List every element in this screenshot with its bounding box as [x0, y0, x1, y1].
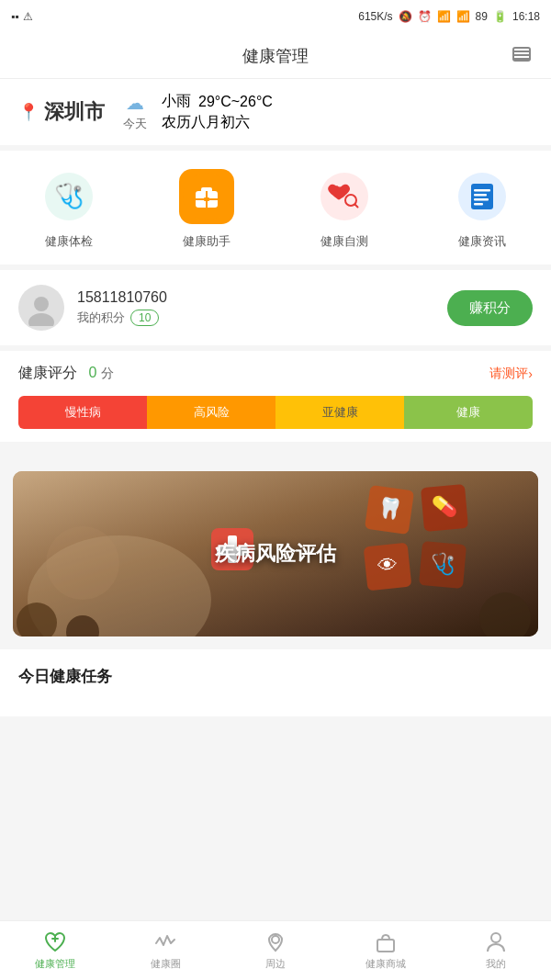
location: 📍 深圳市 [18, 98, 105, 126]
avatar-icon [23, 289, 60, 326]
health-score-value: 0 [88, 365, 96, 380]
menu-item-health-checkup[interactable]: 🩺 健康体检 [41, 169, 96, 250]
disease-banner-text: 疾病风险评估 [215, 540, 336, 568]
svg-text:🩺: 🩺 [430, 550, 457, 577]
svg-rect-20 [474, 198, 489, 201]
svg-point-22 [34, 297, 49, 311]
score-label: 我的积分 [77, 310, 125, 326]
menu-label-selftest: 健康自测 [320, 233, 368, 250]
svg-point-26 [46, 526, 119, 600]
activity-icon [153, 930, 177, 954]
menu-item-health-selftest[interactable]: 健康自测 [317, 169, 372, 250]
svg-point-23 [28, 313, 54, 326]
city-name: 深圳市 [44, 98, 105, 126]
disease-risk-banner[interactable]: 🦷 💊 👁 🩺 疾病风险评估 [13, 471, 538, 636]
menu-label-assistant: 健康助手 [183, 233, 231, 250]
nav-item-mine[interactable]: 我的 [441, 921, 551, 980]
user-avatar [18, 285, 64, 331]
signal-bars: 📶 [456, 10, 470, 23]
svg-text:🩺: 🩺 [54, 181, 84, 210]
health-score-link[interactable]: 请测评 › [489, 366, 533, 382]
heart-search-icon [320, 173, 368, 220]
nav-label-health-circle: 健康圈 [151, 957, 181, 971]
header-title: 健康管理 [242, 45, 309, 67]
briefcase-icon [183, 173, 231, 220]
nav-label-nearby: 周边 [265, 957, 286, 971]
svg-text:💊: 💊 [431, 493, 458, 520]
menu-item-health-assistant[interactable]: 健康助手 [179, 169, 234, 250]
person-icon [484, 930, 508, 954]
time-display: 16:18 [512, 10, 540, 23]
weather-type-row: 小雨 29°C~26°C [162, 92, 273, 111]
nav-label-mine: 我的 [486, 957, 506, 971]
today-tasks-section: 今日健康任务 [0, 649, 551, 716]
health-score-title: 健康评分 [18, 365, 77, 380]
weather-temp: 29°C~26°C [198, 94, 273, 110]
health-score-link-text: 请测评 [489, 366, 528, 382]
score-bar-sub: 亚健康 [276, 396, 404, 429]
health-score-unit: 分 [101, 366, 114, 380]
health-news-icon-bg [455, 169, 510, 224]
weather-bar: 📍 深圳市 ☁ 今天 小雨 29°C~26°C 农历八月初六 [0, 79, 551, 151]
user-card: 15811810760 我的积分 10 赚积分 [0, 270, 551, 351]
weather-col: ☁ 今天 [123, 92, 147, 132]
health-score-header: 健康评分 0 分 请测评 › [18, 364, 533, 383]
svg-rect-17 [471, 184, 493, 209]
nav-item-health-shop[interactable]: 健康商城 [331, 921, 441, 980]
signal-icon: ▪▪ [11, 10, 19, 23]
svg-rect-18 [474, 189, 490, 192]
bottom-spacer [0, 716, 551, 785]
heart-plus-icon [43, 930, 67, 954]
weather-type: 小雨 [162, 92, 191, 111]
health-selftest-icon-bg [317, 169, 372, 224]
battery-level: 89 [476, 10, 488, 23]
svg-text:🦷: 🦷 [376, 494, 404, 523]
nav-item-nearby[interactable]: 周边 [220, 921, 331, 980]
status-bar: ▪▪ ⚠ 615K/s 🔕 ⏰ 📶 📶 89 🔋 16:18 [0, 0, 551, 33]
menu-label-checkup: 健康体检 [45, 233, 93, 250]
score-bar-healthy: 健康 [404, 396, 533, 429]
menu-label-news: 健康资讯 [458, 233, 506, 250]
nav-item-health-mgmt[interactable]: 健康管理 [0, 921, 110, 980]
svg-rect-11 [204, 197, 209, 201]
clock-icon: ⏰ [418, 10, 432, 23]
header: 健康管理 [0, 33, 551, 79]
message-icon [511, 45, 533, 67]
message-icon-button[interactable] [507, 41, 536, 71]
nav-item-health-circle[interactable]: 健康圈 [110, 921, 220, 980]
health-checkup-icon-bg: 🩺 [41, 169, 96, 224]
wifi-icon: 📶 [437, 10, 451, 23]
weather-today: 今天 [123, 116, 147, 132]
status-right: 615K/s 🔕 ⏰ 📶 📶 89 🔋 16:18 [358, 10, 540, 23]
location-pin-icon: 📍 [18, 102, 39, 122]
quick-menu: 🩺 健康体检 健康助手 健康 [0, 151, 551, 270]
weather-info: ☁ 今天 小雨 29°C~26°C 农历八月初六 [123, 92, 273, 132]
nav-label-health-mgmt: 健康管理 [35, 957, 75, 971]
bag-icon [374, 930, 398, 954]
score-bar: 慢性病 高风险 亚健康 健康 [18, 396, 533, 429]
stethoscope-icon: 🩺 [45, 173, 93, 220]
battery-icon: 🔋 [493, 10, 507, 23]
weather-cloud-icon: ☁ [126, 92, 144, 114]
score-badge: 10 [130, 310, 159, 326]
warning-icon: ⚠ [23, 10, 33, 23]
user-info: 15811810760 我的积分 10 [18, 285, 167, 331]
svg-text:👁: 👁 [377, 553, 399, 578]
svg-point-43 [272, 936, 279, 943]
svg-rect-19 [474, 194, 487, 197]
health-score-title-row: 健康评分 0 分 [18, 364, 114, 383]
earn-points-button[interactable]: 赚积分 [447, 290, 533, 326]
silent-icon: 🔕 [399, 10, 412, 23]
network-speed: 615K/s [358, 10, 392, 23]
weather-text: 小雨 29°C~26°C 农历八月初六 [162, 92, 273, 132]
divider-1 [0, 447, 551, 458]
health-assistant-icon-bg [179, 169, 234, 224]
menu-item-health-news[interactable]: 健康资讯 [455, 169, 510, 250]
health-score-section: 健康评分 0 分 请测评 › 慢性病 高风险 亚健康 健康 [0, 351, 551, 447]
svg-point-45 [491, 933, 500, 942]
score-bar-high: 高风险 [147, 396, 276, 429]
status-left: ▪▪ ⚠ [11, 10, 33, 23]
document-icon [458, 173, 506, 220]
user-phone: 15811810760 [77, 289, 167, 306]
svg-rect-21 [474, 203, 483, 206]
